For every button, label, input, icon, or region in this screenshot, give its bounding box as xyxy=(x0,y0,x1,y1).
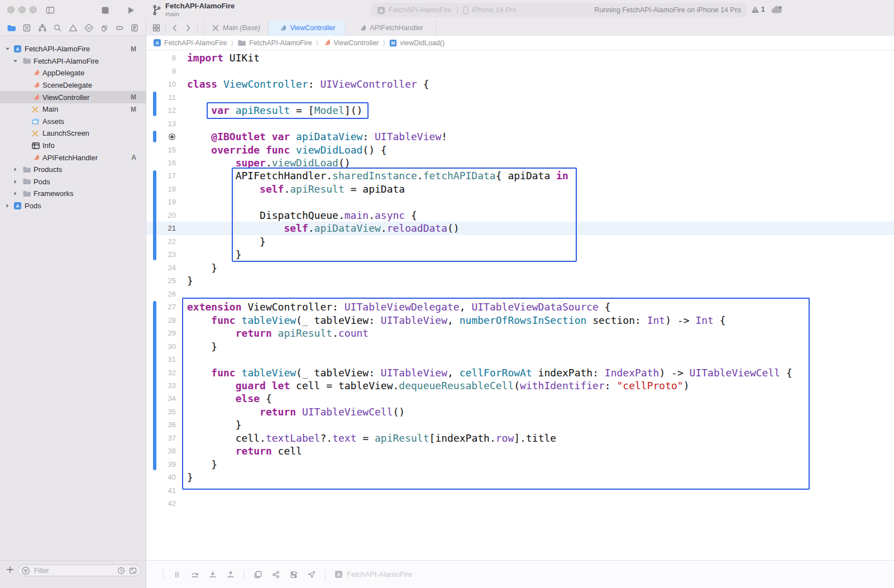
source-change-bar[interactable] xyxy=(153,92,156,116)
divider xyxy=(325,570,326,580)
line-number: 12 xyxy=(146,106,176,114)
filter-input[interactable] xyxy=(33,566,114,575)
breadcrumb-item[interactable]: FetchAPI-AlamoFire xyxy=(237,39,312,47)
svg-text:A: A xyxy=(16,203,19,209)
minimize-window-button[interactable] xyxy=(18,6,26,13)
tab-viewcontroller[interactable]: ViewController xyxy=(269,20,345,36)
breadcrumb-item[interactable]: ViewController xyxy=(322,39,379,47)
source-change-bar[interactable] xyxy=(153,301,156,470)
pause-icon[interactable] xyxy=(173,570,181,579)
tab-apifetchhandler[interactable]: APIFetchHandler xyxy=(345,20,436,36)
swift-icon xyxy=(31,69,40,77)
disclosure-right-icon[interactable] xyxy=(4,203,10,208)
zoom-window-button[interactable] xyxy=(30,6,37,13)
activity-viewer[interactable]: A FetchAPI-AlamoFire ⟩ iPhone 14 Pro Run… xyxy=(371,3,747,17)
filter-field[interactable] xyxy=(18,565,141,576)
code-line-8[interactable]: 8import UIKit xyxy=(146,51,894,64)
code-line-15[interactable]: 15 override func viewDidLoad() { xyxy=(146,143,894,156)
test-navigator-icon[interactable] xyxy=(84,23,93,32)
appicon-icon: A xyxy=(13,202,22,210)
recents-clock-icon[interactable] xyxy=(117,566,126,575)
toggle-sidebar-icon[interactable] xyxy=(44,4,57,16)
editor-tab-bar: Main (Base)ViewControllerAPIFetchHandler xyxy=(146,20,894,36)
sidebar-item-info[interactable]: Info xyxy=(0,140,146,152)
disclosure-right-icon[interactable] xyxy=(12,167,18,172)
chevron-separator: ⟩ xyxy=(230,39,235,47)
step-out-icon[interactable] xyxy=(226,570,235,579)
environment-overrides-icon[interactable] xyxy=(289,570,298,579)
svg-text:A: A xyxy=(16,46,19,52)
symbol-navigator-icon[interactable] xyxy=(38,23,47,32)
issue-navigator-icon[interactable] xyxy=(69,23,78,32)
line-number: 29 xyxy=(146,329,176,337)
source-change-bar[interactable] xyxy=(153,170,156,260)
breakpoint-navigator-icon[interactable] xyxy=(115,23,124,32)
run-button[interactable] xyxy=(124,4,137,16)
line-number: 42 xyxy=(146,499,176,508)
svg-text:A: A xyxy=(337,572,340,577)
code-line-25[interactable]: 25} xyxy=(146,274,894,287)
swift-icon xyxy=(31,154,40,162)
source-control-filter-icon[interactable] xyxy=(128,566,137,575)
code-line-10[interactable]: 10class ViewController: UIViewController… xyxy=(146,78,894,90)
file-label: FetchAPI-AlamoFire xyxy=(34,57,99,65)
warning-count: 1 xyxy=(761,6,765,13)
sidebar-item-pods[interactable]: APods xyxy=(0,200,146,212)
running-app-indicator[interactable]: AFetchAPI-AlamoFire xyxy=(334,570,412,579)
simulate-location-icon[interactable] xyxy=(307,570,316,579)
warning-icon xyxy=(751,6,759,13)
step-into-icon[interactable] xyxy=(208,570,217,579)
titlebar: FetchAPI-AlamoFire main A FetchAPI-Alamo… xyxy=(0,0,894,20)
warning-indicator[interactable]: 1 xyxy=(751,6,765,13)
code-line-42[interactable]: 42 xyxy=(146,497,894,510)
disclosure-down-icon[interactable] xyxy=(4,46,10,51)
forward-button[interactable] xyxy=(184,23,193,32)
code-area[interactable]: 8import UIKit910class ViewController: UI… xyxy=(146,50,894,560)
memory-graph-icon[interactable] xyxy=(271,570,280,579)
back-button[interactable] xyxy=(170,23,179,32)
scheme-name[interactable]: FetchAPI-AlamoFire xyxy=(389,6,452,14)
sidebar-item-products[interactable]: Products xyxy=(0,164,146,176)
find-navigator-icon[interactable] xyxy=(53,23,62,32)
debug-navigator-icon[interactable] xyxy=(99,23,108,32)
sidebar-item-scenedelegate[interactable]: SceneDelegate xyxy=(0,79,146,92)
disclosure-right-icon[interactable] xyxy=(12,179,18,184)
file-label: SceneDelegate xyxy=(42,81,92,89)
sidebar-item-frameworks[interactable]: Frameworks xyxy=(0,188,146,200)
code-line-24[interactable]: 24 } xyxy=(146,261,894,274)
disclosure-right-icon[interactable] xyxy=(12,191,18,196)
sidebar-item-apifetchhandler[interactable]: APIFetchHandlerA xyxy=(0,151,146,164)
close-window-button[interactable] xyxy=(7,6,15,13)
code-line-9[interactable]: 9 xyxy=(146,64,894,77)
svg-text:A: A xyxy=(379,7,383,13)
tab-label: Main (Base) xyxy=(223,24,260,32)
sidebar-item-fetchapi-alamofire[interactable]: FetchAPI-AlamoFire xyxy=(0,55,146,68)
sidebar-item-fetchapi-alamofire[interactable]: AFetchAPI-AlamoFireM xyxy=(0,43,146,55)
breadcrumb-item[interactable]: MviewDidLoad() xyxy=(389,39,444,47)
source-change-bar[interactable] xyxy=(153,131,156,142)
step-over-icon[interactable] xyxy=(190,570,199,579)
sidebar-item-viewcontroller[interactable]: ViewControllerM xyxy=(0,91,146,103)
scheme-app-icon: A xyxy=(377,6,385,15)
sidebar-item-pods[interactable]: Pods xyxy=(0,176,146,188)
report-navigator-icon[interactable] xyxy=(130,23,139,32)
stop-button[interactable] xyxy=(98,4,112,16)
tab-overview-icon[interactable] xyxy=(152,23,161,32)
breadcrumb-item[interactable]: AFetchAPI-AlamoFire xyxy=(153,39,227,47)
source-control-badge: A xyxy=(131,154,136,161)
sidebar-item-launchscreen[interactable]: LaunchScreen xyxy=(0,127,146,140)
view-hierarchy-icon[interactable] xyxy=(254,570,262,579)
line-number: 15 xyxy=(146,146,176,154)
sidebar-item-appdelegate[interactable]: AppDelegate xyxy=(0,67,146,79)
disclosure-down-icon[interactable] xyxy=(12,59,18,64)
project-navigator-icon[interactable] xyxy=(7,23,16,33)
sidebar-item-assets[interactable]: Assets xyxy=(0,116,146,128)
sidebar-item-main[interactable]: MainM xyxy=(0,103,146,116)
source-control-navigator-icon[interactable] xyxy=(22,23,31,32)
tab-main-base-[interactable]: Main (Base) xyxy=(203,20,269,36)
file-label: FetchAPI-AlamoFire xyxy=(25,45,90,53)
run-destination[interactable]: iPhone 14 Pro xyxy=(472,6,516,14)
code-text: override func viewDidLoad() { xyxy=(176,144,387,156)
add-item-button[interactable] xyxy=(6,565,15,574)
code-line-14[interactable]: @IBOutlet var apiDataView: UITableView! xyxy=(146,130,894,143)
